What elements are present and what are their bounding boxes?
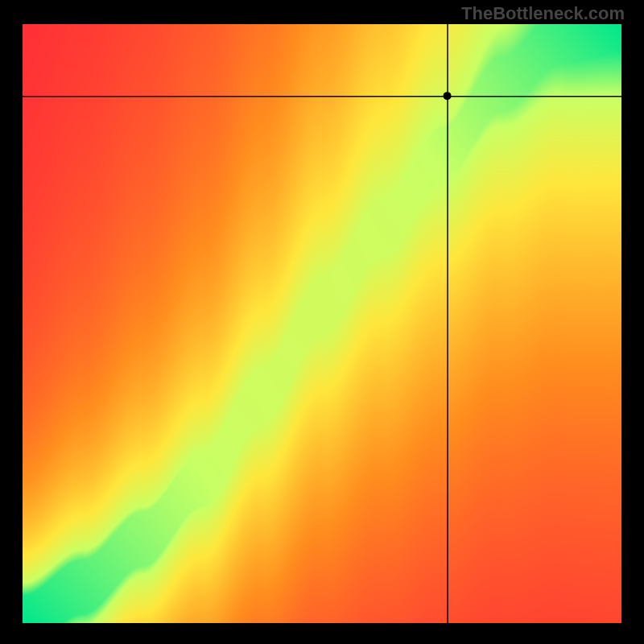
chart-container: TheBottleneck.com — [0, 0, 644, 644]
heatmap-canvas — [23, 24, 621, 623]
heatmap-plot — [23, 24, 621, 623]
watermark-label: TheBottleneck.com — [461, 3, 625, 24]
